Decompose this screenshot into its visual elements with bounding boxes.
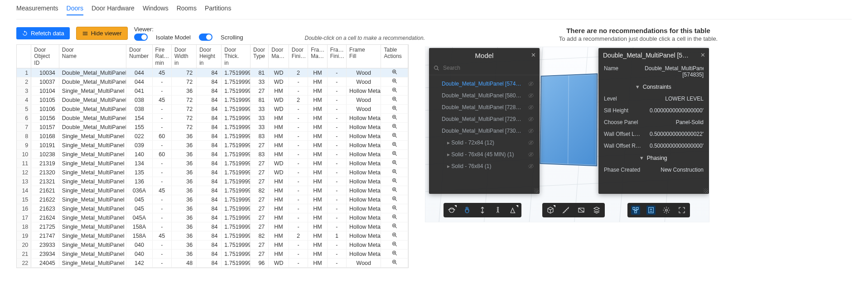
col-header[interactable]: Fra…Ma… bbox=[308, 45, 327, 68]
zoom-icon[interactable] bbox=[391, 232, 398, 238]
tab-rooms[interactable]: Rooms bbox=[177, 5, 197, 15]
tree-item[interactable]: Double_Metal_MultiPanel [730… bbox=[429, 125, 540, 137]
tab-door-hardware[interactable]: Door Hardware bbox=[92, 5, 135, 15]
zoom-icon[interactable] bbox=[391, 187, 398, 193]
table-row[interactable]: 110034Double_Metal_MultiPanel0444572841.… bbox=[17, 68, 408, 77]
tree-item[interactable]: Double_Metal_MultiPanel [580… bbox=[429, 90, 540, 101]
scrolling-toggle[interactable] bbox=[199, 34, 212, 41]
properties-panel[interactable]: Double_Metal_MultiPanel [5… ✕ NameDouble… bbox=[598, 48, 709, 194]
table-row[interactable]: 1010238Single_Metal_MultiPanel1406036841… bbox=[17, 150, 408, 159]
tab-partitions[interactable]: Partitions bbox=[205, 5, 231, 15]
walk-icon[interactable] bbox=[493, 206, 502, 215]
zoom-icon[interactable] bbox=[391, 205, 398, 211]
model-search[interactable] bbox=[429, 63, 540, 75]
resize-handle[interactable] bbox=[704, 188, 708, 193]
col-header[interactable]: DoorFini… bbox=[289, 45, 308, 68]
zoom-icon[interactable] bbox=[391, 123, 398, 130]
col-header[interactable]: DoorType bbox=[250, 45, 268, 68]
col-header[interactable]: Fra…Fini… bbox=[327, 45, 346, 68]
table-row[interactable]: 1621623Single_Metal_MultiPanel045-36841.… bbox=[17, 204, 408, 213]
prop-section[interactable]: Phasing bbox=[598, 152, 709, 164]
table-row[interactable]: 1721624Single_Metal_MultiPanel045A-36841… bbox=[17, 213, 408, 222]
zoom-icon[interactable] bbox=[391, 78, 398, 84]
tab-measurements[interactable]: Measurements bbox=[16, 5, 58, 15]
hide-viewer-button[interactable]: Hide viewer bbox=[76, 27, 128, 40]
section-icon[interactable] bbox=[577, 206, 586, 215]
refetch-button[interactable]: Refetch data bbox=[16, 27, 70, 39]
model-panel-close[interactable]: ✕ bbox=[531, 52, 536, 58]
tab-windows[interactable]: Windows bbox=[143, 5, 169, 15]
table-row[interactable]: 1221320Single_Metal_MultiPanel135-36841.… bbox=[17, 168, 408, 177]
prop-section[interactable]: Constraints bbox=[598, 81, 709, 93]
zoom-icon[interactable] bbox=[391, 150, 398, 157]
tree-item[interactable]: Solid - 76x84 (45 MIN) (1) bbox=[429, 149, 540, 160]
measure-icon[interactable] bbox=[561, 206, 570, 215]
table-row[interactable]: 2023933Single_Metal_MultiPanel040-36841.… bbox=[17, 240, 408, 250]
col-header[interactable]: DoorObject ID bbox=[31, 45, 59, 68]
zoom-icon[interactable] bbox=[391, 259, 398, 265]
table-row[interactable]: 510106Double_Metal_MultiPanel038-72841.7… bbox=[17, 105, 408, 114]
fullscreen-icon[interactable] bbox=[677, 206, 686, 215]
camera-icon[interactable] bbox=[509, 206, 518, 215]
model-panel[interactable]: Model ✕ Double_Metal_MultiPanel [574…Dou… bbox=[429, 48, 540, 194]
zoom-icon[interactable] bbox=[391, 241, 398, 247]
table-row[interactable]: 1421621Single_Metal_MultiPanel036A453684… bbox=[17, 186, 408, 195]
zoom-icon[interactable] bbox=[391, 250, 398, 256]
col-header[interactable]: DoorWidthin bbox=[172, 45, 197, 68]
zoom-icon[interactable] bbox=[391, 223, 398, 229]
table-row[interactable]: 2123934Single_Metal_MultiPanel040-36841.… bbox=[17, 250, 408, 259]
table-row[interactable]: 710157Double_Metal_MultiPanel155-72841.7… bbox=[17, 123, 408, 132]
orbit-icon[interactable] bbox=[447, 206, 456, 215]
col-header[interactable] bbox=[17, 45, 31, 68]
zoom-icon[interactable] bbox=[391, 159, 398, 166]
table-row[interactable]: 910191Single_Metal_MultiPanel039-36841.7… bbox=[17, 141, 408, 150]
table-row[interactable]: 2224045Single_Metal_MultiPanel142-48841.… bbox=[17, 259, 408, 268]
zoom-icon[interactable] bbox=[391, 96, 398, 102]
model-tree-icon[interactable] bbox=[631, 206, 640, 215]
dolly-icon[interactable] bbox=[478, 206, 487, 215]
zoom-icon[interactable] bbox=[391, 87, 398, 93]
col-header[interactable]: DoorHeightin bbox=[197, 45, 222, 68]
isolate-model-toggle[interactable] bbox=[134, 34, 148, 41]
col-header[interactable]: DoorMa… bbox=[269, 45, 289, 68]
col-header[interactable]: DoorNumber bbox=[126, 45, 152, 68]
col-header[interactable]: FrameFill bbox=[347, 45, 381, 68]
zoom-icon[interactable] bbox=[391, 168, 398, 175]
table-row[interactable]: 210037Double_Metal_MultiPanel044-72841.7… bbox=[17, 77, 408, 87]
table-row[interactable]: 1521622Single_Metal_MultiPanel045-36841.… bbox=[17, 195, 408, 204]
zoom-icon[interactable] bbox=[391, 214, 398, 220]
cube-icon[interactable] bbox=[546, 206, 555, 215]
tree-item[interactable]: Solid - 72x84 (12) bbox=[429, 137, 540, 149]
table-row[interactable]: 610156Double_Metal_MultiPanel154-72841.7… bbox=[17, 114, 408, 123]
zoom-icon[interactable] bbox=[391, 69, 398, 75]
explode-icon[interactable] bbox=[592, 206, 601, 215]
properties-panel-close[interactable]: ✕ bbox=[700, 52, 705, 58]
viewer-3d[interactable]: Model ✕ Double_Metal_MultiPanel [574…Dou… bbox=[425, 47, 709, 222]
table-row[interactable]: 410105Double_Metal_MultiPanel0384572841.… bbox=[17, 96, 408, 105]
table-row[interactable]: 310104Single_Metal_MultiPanel041-36841.7… bbox=[17, 87, 408, 96]
table-row[interactable]: 810168Single_Metal_MultiPanel0226036841.… bbox=[17, 132, 408, 141]
zoom-icon[interactable] bbox=[391, 132, 398, 139]
table-row[interactable]: 1121319Single_Metal_MultiPanel134-36841.… bbox=[17, 159, 408, 168]
table-row[interactable]: 1921747Single_Metal_MultiPanel158A453684… bbox=[17, 231, 408, 240]
col-header[interactable]: TableActions bbox=[381, 45, 408, 68]
tree-item[interactable]: Double_Metal_MultiPanel [729… bbox=[429, 113, 540, 125]
table-row[interactable]: 1821725Single_Metal_MultiPanel158A-36841… bbox=[17, 222, 408, 231]
tree-item[interactable]: Double_Metal_MultiPanel [574… bbox=[429, 78, 540, 90]
settings-icon[interactable] bbox=[662, 206, 671, 215]
col-header[interactable]: DoorName bbox=[59, 45, 126, 68]
tree-item[interactable]: Solid - 76x84 (1) bbox=[429, 160, 540, 172]
table-row[interactable]: 1321321Single_Metal_MultiPanel136-36841.… bbox=[17, 177, 408, 186]
zoom-icon[interactable] bbox=[391, 196, 398, 202]
model-search-input[interactable] bbox=[443, 65, 535, 71]
zoom-icon[interactable] bbox=[391, 114, 398, 120]
zoom-icon[interactable] bbox=[391, 178, 398, 184]
pan-icon[interactable] bbox=[463, 206, 472, 215]
col-header[interactable]: DoorThick.in bbox=[222, 45, 251, 68]
properties-icon[interactable] bbox=[646, 206, 656, 215]
resize-handle[interactable] bbox=[534, 188, 539, 193]
tab-doors[interactable]: Doors bbox=[67, 5, 83, 15]
zoom-icon[interactable] bbox=[391, 141, 398, 148]
col-header[interactable]: FireRat…min bbox=[152, 45, 171, 68]
tree-item[interactable]: Double_Metal_MultiPanel [728… bbox=[429, 101, 540, 113]
